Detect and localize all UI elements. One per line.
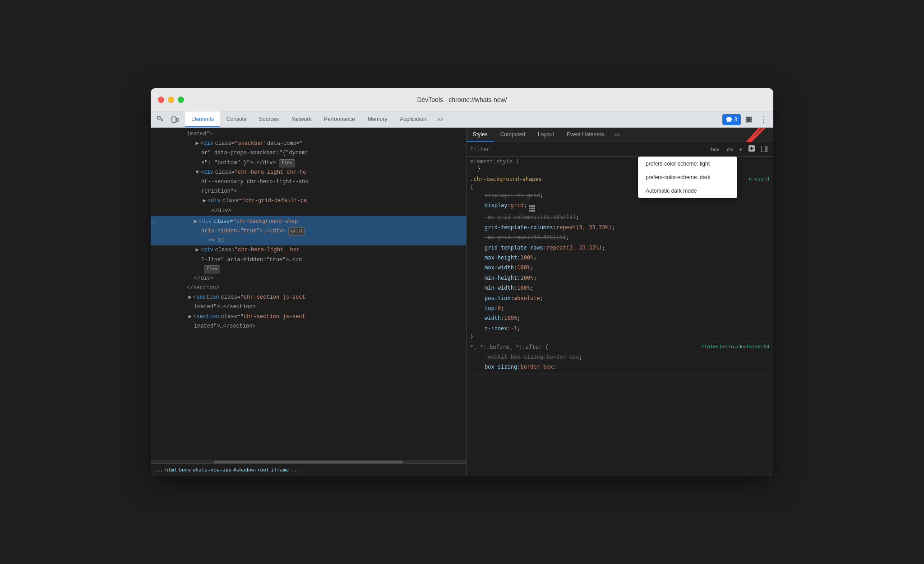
dom-line[interactable]: ▶ <div class="snackbar" data-comp=" <box>151 139 466 148</box>
add-style-rule-button[interactable]: + <box>737 146 744 153</box>
ellipsis-button[interactable]: … <box>151 216 154 226</box>
kebab-menu-icon[interactable]: ⋮ <box>757 113 770 126</box>
dom-line: </section> <box>151 283 466 293</box>
filter-actions: :hov .cls + <box>707 144 770 154</box>
bc-html[interactable]: html <box>165 467 177 473</box>
right-icons-group: 3 ⋮ <box>719 111 773 127</box>
expand-triangle[interactable]: ▶ <box>201 197 208 205</box>
dom-line-selected[interactable]: … ▶ <div class="chr-background-shap <box>151 216 466 227</box>
expand-triangle[interactable]: ▶ <box>192 217 199 226</box>
elements-tree[interactable]: imated"> ▶ <div class="snackbar" data-co… <box>151 128 466 460</box>
bc-iframe[interactable]: iframe <box>271 467 289 473</box>
cls-button[interactable]: .cls <box>723 146 735 153</box>
styles-panel: Styles Computed Layout Event Listeners >… <box>467 128 773 476</box>
dom-line[interactable]: ▶ <div class="chr-hero-light__hor <box>151 245 466 255</box>
expand-triangle[interactable]: ▶ <box>194 246 200 254</box>
tab-icon-group <box>151 111 185 127</box>
tab-computed[interactable]: Computed <box>494 128 531 142</box>
styles-sub-tab-bar: Styles Computed Layout Event Listeners >… <box>467 128 773 142</box>
minimize-button[interactable] <box>168 97 174 103</box>
style-prop-width: width: 100%; <box>470 313 770 323</box>
style-prop-min-height: min-height: 100%; <box>470 273 770 283</box>
dom-line[interactable]: ▶ <section class="chr-section js-sect <box>151 293 466 302</box>
dom-breadcrumb: ... html body whats-new-app #shadow-root… <box>151 463 466 476</box>
tab-event-listeners[interactable]: Event Listeners <box>560 128 610 142</box>
flex-badge-2[interactable]: flex <box>204 265 220 273</box>
device-toolbar-icon[interactable] <box>169 113 181 126</box>
grid-badge[interactable]: grid <box>288 227 305 236</box>
color-scheme-dropdown: prefers-color-scheme: light prefers-colo… <box>638 157 737 198</box>
dom-line[interactable]: ▶ <div class="chr-grid-default-pa <box>151 196 466 206</box>
tab-styles[interactable]: Styles <box>467 128 494 142</box>
tab-layout[interactable]: Layout <box>531 128 560 142</box>
horizontal-scrollbar[interactable] <box>151 460 466 463</box>
dom-line: …</div> <box>151 206 466 216</box>
tab-console[interactable]: Console <box>220 111 253 127</box>
dom-line: imated">…</section> <box>151 322 466 331</box>
color-scheme-light[interactable]: prefers-color-scheme: light <box>638 157 737 171</box>
style-prop-grid-template-rows: grid-template-rows: repeat(3, 33.33%); <box>470 243 770 253</box>
universal-selector: *, *::before, *::after { <box>470 344 548 350</box>
styles-rules-content: element.style { } .chr-background-shapes… <box>467 157 773 476</box>
more-tabs-button[interactable]: >> <box>433 111 448 127</box>
sub-tab-more-button[interactable]: >> <box>610 128 624 142</box>
tab-elements[interactable]: Elements <box>185 111 220 127</box>
svg-rect-2 <box>176 118 178 121</box>
titlebar: DevTools - chrome://whats-new/ <box>151 88 773 111</box>
universal-rule-source[interactable]: ?latest=tru…ck=false:54 <box>701 344 770 351</box>
auto-dark-mode[interactable]: Automatic dark mode <box>638 184 737 198</box>
dom-line[interactable]: ▼ <div class="chr-hero-light chr-he <box>151 168 466 177</box>
expand-triangle[interactable]: ▶ <box>194 139 200 148</box>
dom-line: ar" data-props-snackbar="{"dynami <box>151 148 466 158</box>
tab-sources[interactable]: Sources <box>253 111 285 127</box>
close-button[interactable] <box>158 97 164 103</box>
style-prop-webkit-box-sizing: -webkit-box-sizing: border-box; <box>470 352 770 362</box>
dom-line: imated"> <box>151 129 466 139</box>
hov-button[interactable]: :hov <box>707 146 721 153</box>
dom-line: rcription"> <box>151 187 466 196</box>
dom-line: l-line" aria-hidden="true">…</d <box>151 255 466 265</box>
bc-dots-end[interactable]: ... <box>291 467 300 473</box>
new-style-rule-button[interactable] <box>746 144 757 154</box>
inspect-icon[interactable] <box>154 113 167 126</box>
chr-bg-shapes-source[interactable]: n.css:1 <box>749 176 770 183</box>
chr-background-shapes-rule: .chr-background-shapes n.css:1 { display… <box>467 174 773 342</box>
grid-icon[interactable] <box>529 205 535 212</box>
traffic-lights <box>158 97 184 103</box>
dom-line: flex <box>151 265 466 274</box>
dom-line: </div> <box>151 274 466 283</box>
expand-triangle[interactable]: ▶ <box>187 313 193 321</box>
bc-dots[interactable]: ... <box>154 467 163 473</box>
style-prop-top: top: 0; <box>470 303 770 313</box>
style-prop-display-grid: display: grid; <box>470 200 770 212</box>
filter-input[interactable] <box>470 146 704 153</box>
scrollbar-thumb[interactable] <box>214 461 403 463</box>
toggle-sidebar-button[interactable] <box>759 145 770 154</box>
dom-line[interactable]: ▶ <section class="chr-section js-sect <box>151 312 466 322</box>
maximize-button[interactable] <box>178 97 184 103</box>
style-prop-max-height: max-height: 100%; <box>470 253 770 263</box>
feedback-button[interactable]: 3 <box>722 114 741 125</box>
svg-rect-0 <box>157 116 160 119</box>
tab-memory[interactable]: Memory <box>361 111 393 127</box>
devtools-tab-bar: Elements Console Sources Network Perform… <box>151 111 773 128</box>
bc-shadow-root[interactable]: #shadow-root <box>233 467 269 473</box>
style-prop-position: position: absolute; <box>470 293 770 303</box>
style-prop-box-sizing: box-sizing: border-box: <box>470 362 770 372</box>
style-prop-grid-template-cols: grid-template-columns: repeat(3, 33.33%)… <box>470 222 770 232</box>
settings-icon[interactable] <box>743 113 755 126</box>
tab-application[interactable]: Application <box>393 111 433 127</box>
svg-rect-7 <box>751 147 752 150</box>
tab-network[interactable]: Network <box>285 111 318 127</box>
style-prop-min-width: min-width: 100%; <box>470 283 770 293</box>
flex-badge[interactable]: flex <box>279 159 295 167</box>
svg-rect-1 <box>172 117 176 122</box>
elements-panel: imated"> ▶ <div class="snackbar" data-co… <box>151 128 467 476</box>
expand-triangle[interactable]: ▶ <box>187 293 193 302</box>
tab-performance[interactable]: Performance <box>318 111 361 127</box>
bc-body[interactable]: body <box>179 467 191 473</box>
dom-line: imated">…</section> <box>151 302 466 312</box>
bc-whats-new-app[interactable]: whats-new-app <box>193 467 231 473</box>
expand-triangle[interactable]: ▼ <box>194 168 200 177</box>
color-scheme-dark[interactable]: prefers-color-scheme: dark <box>638 171 737 184</box>
